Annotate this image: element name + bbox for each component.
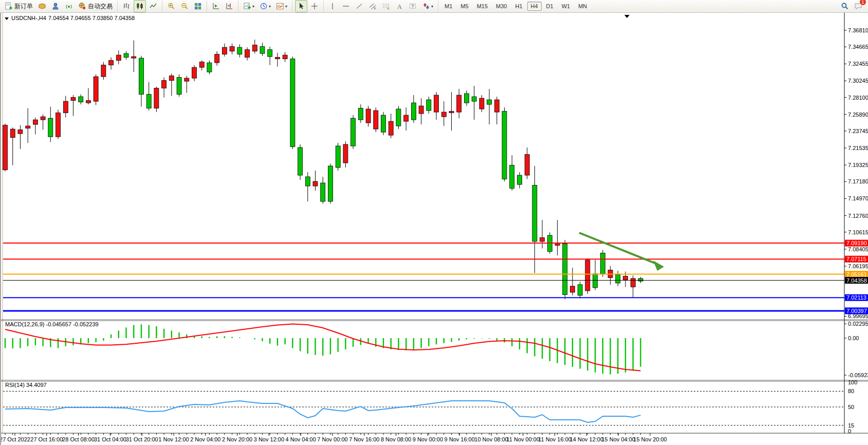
dropdown-caret-icon[interactable]: ▾ bbox=[269, 4, 271, 9]
candles-button[interactable] bbox=[134, 0, 146, 12]
tile-windows-button[interactable] bbox=[192, 0, 204, 12]
candle-body bbox=[48, 118, 53, 137]
vline-button[interactable] bbox=[326, 0, 339, 12]
search-icon bbox=[841, 2, 849, 10]
chart-window[interactable]: 7.368107.346657.324557.302457.281007.258… bbox=[0, 13, 868, 445]
candle-body bbox=[139, 58, 144, 95]
timeframe-MN[interactable]: MN bbox=[575, 2, 590, 11]
candle-body bbox=[623, 276, 628, 280]
candle-body bbox=[457, 95, 461, 112]
candle-body bbox=[540, 237, 545, 242]
price-tag-label: 7.04358 bbox=[846, 277, 867, 284]
dropdown-caret-icon[interactable]: ▾ bbox=[431, 4, 433, 9]
candle-body bbox=[472, 97, 476, 101]
dropdown-caret-icon[interactable]: ▾ bbox=[285, 4, 287, 9]
zoom-in-button[interactable] bbox=[165, 0, 177, 12]
candle-body bbox=[162, 81, 167, 88]
candle-body bbox=[616, 274, 620, 283]
time-tick-label: 11 Nov 16:00 bbox=[538, 436, 571, 442]
time-tick-label: 7 Nov 00:00 bbox=[317, 436, 347, 442]
time-tick-label: 11 Nov 00:00 bbox=[506, 436, 540, 442]
toolbar-group-chart-type bbox=[117, 1, 162, 12]
time-tick-label: 27 Oct 2022 bbox=[1, 436, 30, 442]
time-tick-label: 4 Nov 04:00 bbox=[286, 436, 316, 442]
timeframe-M15[interactable]: M15 bbox=[473, 2, 491, 11]
cursor-icon bbox=[297, 2, 305, 10]
rsi-label: RSI(14) 34.4097 bbox=[5, 382, 47, 388]
timeframe-M1[interactable]: M1 bbox=[441, 2, 456, 11]
timeframe-M5[interactable]: M5 bbox=[457, 2, 472, 11]
time-tick-label: 2 Nov 20:00 bbox=[222, 436, 252, 442]
indicators-button[interactable]: ▾ bbox=[274, 0, 289, 12]
label-button[interactable]: T bbox=[407, 0, 419, 12]
time-tick-label: 8 Nov 08:00 bbox=[381, 436, 411, 442]
candle-body bbox=[374, 110, 378, 129]
price-tag-label: 7.07115 bbox=[846, 256, 866, 262]
candle-body bbox=[585, 260, 590, 291]
price-tick-label: 7.28100 bbox=[848, 95, 868, 101]
periods-icon bbox=[260, 2, 268, 10]
chart-canvas[interactable]: 7.368107.346657.324557.302457.281007.258… bbox=[1, 13, 868, 445]
zoom-out-button[interactable] bbox=[178, 0, 191, 12]
timeframe-D1[interactable]: D1 bbox=[543, 2, 557, 11]
auto-scroll-button[interactable] bbox=[210, 0, 222, 12]
candle-body bbox=[313, 181, 318, 186]
candle-body bbox=[434, 95, 439, 112]
timeframe-H4[interactable]: H4 bbox=[527, 2, 542, 11]
new-chart-button[interactable]: ▾ bbox=[241, 0, 256, 12]
bars-button[interactable] bbox=[120, 0, 133, 12]
candle-body bbox=[154, 88, 159, 108]
candle-body bbox=[502, 112, 507, 179]
macd-tick-label: 0.00 bbox=[848, 335, 859, 341]
chat-button[interactable]: 1 bbox=[852, 0, 864, 12]
candles-icon bbox=[136, 2, 144, 10]
autotrade-button[interactable]: 自动交易 bbox=[76, 0, 115, 12]
price-tick-label: 7.10615 bbox=[848, 229, 868, 235]
arrows-button[interactable]: ▾ bbox=[420, 0, 435, 12]
candle-body bbox=[275, 58, 280, 59]
cursor-button[interactable] bbox=[295, 0, 307, 12]
candle-body bbox=[18, 130, 23, 134]
chart-profile-button[interactable] bbox=[36, 0, 48, 12]
toolbar-right: 1 bbox=[838, 0, 868, 12]
data-window-button[interactable] bbox=[63, 0, 75, 12]
candle-body bbox=[532, 186, 537, 242]
crosshair-button[interactable] bbox=[308, 0, 321, 12]
trendline-button[interactable] bbox=[353, 0, 365, 12]
channel-button[interactable]: E bbox=[366, 0, 379, 12]
arrows-icon bbox=[422, 2, 430, 10]
dropdown-caret-icon[interactable]: ▾ bbox=[252, 4, 254, 9]
line-button[interactable] bbox=[147, 0, 159, 12]
price-tick-label: 7.25890 bbox=[848, 112, 868, 118]
market-watch-button[interactable] bbox=[49, 0, 62, 12]
fibonacci-button[interactable]: F bbox=[380, 0, 392, 12]
text-button[interactable]: A bbox=[393, 0, 405, 12]
chart-shift-button[interactable] bbox=[223, 0, 235, 12]
zoom-out-icon bbox=[180, 2, 189, 10]
candle-body bbox=[343, 144, 348, 163]
candle-body bbox=[237, 47, 242, 54]
candle-body bbox=[132, 57, 136, 58]
periods-button[interactable]: ▾ bbox=[257, 0, 273, 12]
search-button[interactable] bbox=[839, 0, 851, 12]
time-tick-label: 3 Nov 12:00 bbox=[254, 436, 284, 442]
candle-body bbox=[336, 146, 340, 168]
timeframe-W1[interactable]: W1 bbox=[558, 2, 574, 11]
chart-profile-icon bbox=[38, 2, 46, 10]
new-order-button[interactable]: 新订单 bbox=[3, 0, 35, 12]
candle-body bbox=[260, 47, 265, 54]
candle-body bbox=[494, 100, 499, 112]
candle-body bbox=[411, 103, 416, 120]
candle-body bbox=[305, 177, 310, 186]
timeframe-H1[interactable]: H1 bbox=[511, 2, 526, 11]
candle-body bbox=[56, 113, 61, 137]
hline-button[interactable] bbox=[340, 0, 352, 12]
label-icon: T bbox=[409, 2, 417, 10]
candle-body bbox=[600, 253, 605, 274]
crosshair-icon bbox=[310, 2, 319, 10]
candle-body bbox=[449, 112, 454, 113]
candle-body bbox=[245, 50, 250, 58]
data-window-icon bbox=[65, 2, 73, 10]
timeframe-M30[interactable]: M30 bbox=[492, 2, 510, 11]
candle-body bbox=[570, 286, 575, 292]
